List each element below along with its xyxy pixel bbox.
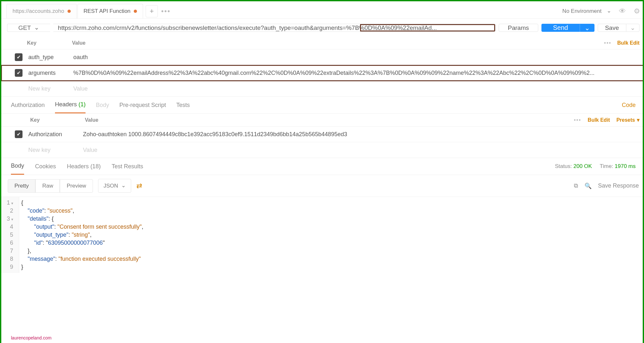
more-icon[interactable]: ••• xyxy=(574,117,581,123)
param-value-placeholder[interactable]: Value xyxy=(73,85,639,92)
save-button[interactable]: Save ⌄ xyxy=(598,24,639,32)
code-token: "success" xyxy=(48,207,73,214)
code-link[interactable]: Code xyxy=(622,102,636,113)
more-icon[interactable]: ••• xyxy=(604,40,612,46)
line-number: 6 xyxy=(10,240,13,246)
request-tabs: https://accounts.zoho REST API Function … xyxy=(6,4,172,18)
time-label: Time: xyxy=(600,163,613,169)
eye-icon[interactable]: 👁 xyxy=(619,7,626,15)
chevron-down-icon: ⌄ xyxy=(34,24,39,31)
request-section-tabs: Authorization Headers (1) Body Pre-reque… xyxy=(1,97,644,114)
format-dropdown[interactable]: JSON ⌄ xyxy=(98,179,131,193)
code-token: "id" xyxy=(34,240,43,246)
gear-icon[interactable]: ⚙ xyxy=(634,7,640,15)
time-block: Time: 1970 ms xyxy=(600,163,636,170)
checkbox-icon[interactable]: ✔ xyxy=(15,53,23,61)
code-token: { xyxy=(21,199,23,206)
response-body-viewer: 1▾ 2 3▾ 4 5 6 7 8 9 { "code": "success",… xyxy=(1,197,644,283)
param-key[interactable]: arguments xyxy=(28,70,73,76)
status-block: Status: 200 OK xyxy=(555,163,592,170)
tab-authorization[interactable]: Authorization xyxy=(11,102,45,113)
line-number: 2 xyxy=(10,207,13,214)
code-token: "string" xyxy=(72,232,90,238)
param-key[interactable]: auth_type xyxy=(28,54,73,61)
fold-icon[interactable]: ▾ xyxy=(10,201,13,206)
param-value[interactable]: oauth xyxy=(73,54,639,61)
wrap-lines-icon[interactable]: ⇄ xyxy=(136,182,142,190)
code-token: } xyxy=(21,264,23,270)
tab-body[interactable]: Body xyxy=(96,102,109,113)
header-row-new[interactable]: New key Value xyxy=(1,142,644,158)
method-dropdown[interactable]: GET ⌄ xyxy=(7,24,50,32)
tab-headers[interactable]: Headers (1) xyxy=(55,101,86,113)
code-token: "output" xyxy=(34,224,54,230)
tab-tests[interactable]: Tests xyxy=(176,102,190,113)
value-header: Value xyxy=(85,117,98,123)
param-key-placeholder[interactable]: New key xyxy=(28,85,73,92)
view-pretty[interactable]: Pretty xyxy=(8,179,35,193)
tab-label: REST API Function xyxy=(84,8,131,14)
checkbox-icon[interactable]: ✔ xyxy=(15,130,23,138)
header-value[interactable]: Zoho-oauthtoken 1000.8607494449c8bc1e392… xyxy=(83,131,639,138)
header-key-placeholder[interactable]: New key xyxy=(28,147,83,154)
fold-icon[interactable]: ▾ xyxy=(10,217,13,222)
line-number: 7 xyxy=(10,248,13,254)
search-icon[interactable]: 🔍 xyxy=(585,182,592,189)
resp-tab-cookies[interactable]: Cookies xyxy=(35,163,56,174)
presets-dropdown[interactable]: Presets ▾ xyxy=(616,117,639,123)
resp-tab-headers-count: (18) xyxy=(90,163,101,170)
tab-prerequest[interactable]: Pre-request Script xyxy=(119,102,166,113)
new-tab-button[interactable]: + xyxy=(146,5,158,17)
resp-tab-body[interactable]: Body xyxy=(11,163,24,175)
params-header: Key Value ••• Bulk Edit xyxy=(1,37,644,49)
url-input[interactable]: https://crm.zoho.com/crm/v2/functions/su… xyxy=(53,24,495,32)
tab-accounts-zoho[interactable]: https://accounts.zoho xyxy=(6,4,77,18)
presets-label: Presets xyxy=(616,117,635,123)
code-token: "details" xyxy=(28,215,49,222)
header-row-authorization[interactable]: ✔ Authorization Zoho-oauthtoken 1000.860… xyxy=(1,127,644,142)
chevron-down-icon[interactable]: ⌄ xyxy=(580,24,594,32)
tab-headers-count: (1) xyxy=(78,101,86,108)
chevron-down-icon[interactable]: ⌄ xyxy=(626,24,639,31)
watermark: laurencopeland.com xyxy=(11,335,51,340)
bulk-edit-link[interactable]: Bulk Edit xyxy=(588,117,610,123)
bulk-edit-link[interactable]: Bulk Edit xyxy=(617,40,639,46)
param-row-new[interactable]: New key Value xyxy=(1,81,644,97)
code-token: "message" xyxy=(28,256,55,262)
time-value: 1970 ms xyxy=(615,163,636,169)
environment-label: No Environment xyxy=(562,8,602,14)
save-label: Save xyxy=(598,24,626,31)
line-gutter: 1▾ 2 3▾ 4 5 6 7 8 9 xyxy=(1,197,19,273)
param-row-arguments[interactable]: ✔ arguments %7B%0D%0A%09%22emailAddress%… xyxy=(1,65,644,81)
param-value[interactable]: %7B%0D%0A%09%22emailAddress%22%3A%22abc%… xyxy=(73,70,639,76)
resp-tab-headers[interactable]: Headers (18) xyxy=(67,163,101,174)
code-content[interactable]: { "code": "success", "details": { "outpu… xyxy=(19,197,143,273)
key-header: Key xyxy=(30,117,85,123)
caret-down-icon: ▾ xyxy=(637,117,639,123)
line-number: 4 xyxy=(10,224,13,230)
copy-icon[interactable]: ⧉ xyxy=(574,182,578,189)
line-number: 8 xyxy=(10,256,13,262)
request-url-row: GET ⌄ https://crm.zoho.com/crm/v2/functi… xyxy=(1,19,644,37)
params-button[interactable]: Params xyxy=(499,24,538,32)
checkbox-empty-icon[interactable] xyxy=(15,85,23,92)
save-response-button[interactable]: Save Response xyxy=(598,182,639,189)
send-button[interactable]: Send ⌄ xyxy=(541,24,594,32)
response-view-bar: Pretty Raw Preview JSON ⌄ ⇄ ⧉ 🔍 Save Res… xyxy=(1,175,644,197)
tab-headers-label: Headers xyxy=(55,101,77,108)
format-label: JSON xyxy=(104,183,118,189)
param-row-auth-type[interactable]: ✔ auth_type oauth xyxy=(1,49,644,65)
code-token: 63095000000077006 xyxy=(48,240,103,246)
tab-overflow-icon[interactable]: ••• xyxy=(160,5,172,17)
header-value-placeholder[interactable]: Value xyxy=(83,147,639,154)
view-preview[interactable]: Preview xyxy=(60,179,93,193)
view-raw[interactable]: Raw xyxy=(35,179,60,193)
resp-tab-test-results[interactable]: Test Results xyxy=(112,163,143,174)
checkbox-empty-icon[interactable] xyxy=(15,146,23,154)
tab-label: https://accounts.zoho xyxy=(13,8,64,14)
environment-dropdown[interactable]: No Environment ⌄ xyxy=(562,8,611,14)
checkbox-icon[interactable]: ✔ xyxy=(15,69,23,77)
tab-rest-api-function[interactable]: REST API Function xyxy=(77,4,143,18)
line-number: 1 xyxy=(7,199,10,206)
header-key[interactable]: Authorization xyxy=(28,131,83,138)
